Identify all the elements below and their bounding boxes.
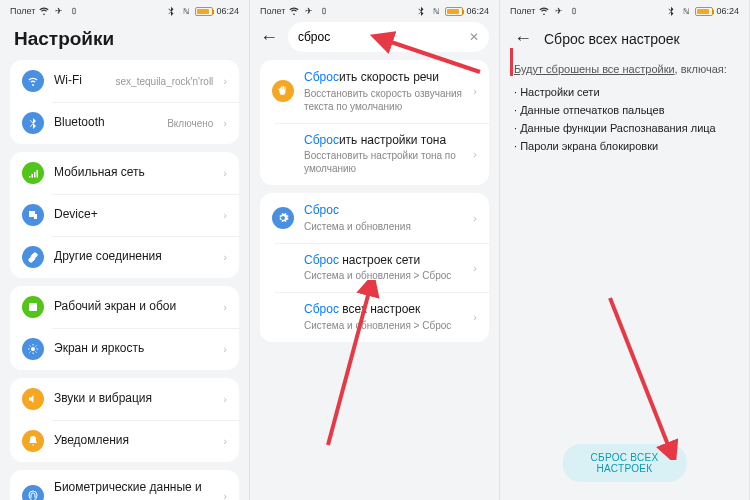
result-path: Система и обновления > Сброс	[304, 269, 463, 282]
bt-muted-icon	[165, 5, 177, 17]
wifi-icon	[22, 70, 44, 92]
status-bar: Полет ✈ ℕ 06:24	[250, 0, 499, 22]
chevron-right-icon: ›	[473, 262, 477, 274]
settings-row-link[interactable]: Другие соединения ›	[10, 236, 239, 278]
dev-icon	[22, 204, 44, 226]
bell-icon	[22, 430, 44, 452]
search-result-row[interactable]: Сброс Система и обновления ›	[260, 193, 489, 243]
carrier-label: Полет	[10, 6, 35, 16]
reset-bullet: Пароли экрана блокировки	[514, 137, 735, 155]
row-label: Мобильная сеть	[54, 165, 213, 181]
bt-muted-icon	[665, 5, 677, 17]
reset-warning-text: Будут сброшены все настройки, включая:	[514, 59, 735, 83]
settings-row-bio[interactable]: Биометрические данные и пароли ›	[10, 470, 239, 500]
search-result-row[interactable]: Сбросить скорость речи Восстановить скор…	[260, 60, 489, 123]
search-result-row[interactable]: Сброс настроек сети Система и обновления…	[260, 243, 489, 293]
chevron-right-icon: ›	[223, 117, 227, 129]
airplane-icon: ✈	[303, 5, 315, 17]
chevron-right-icon: ›	[223, 393, 227, 405]
link-icon	[22, 246, 44, 268]
clear-search-icon[interactable]: ✕	[469, 30, 479, 44]
reset-all-button[interactable]: СБРОС ВСЕХ НАСТРОЕК	[562, 444, 687, 482]
wifi-icon	[288, 5, 300, 17]
bt-muted-icon	[415, 5, 427, 17]
result-title: Сброс настроек сети	[304, 253, 463, 269]
row-label: Другие соединения	[54, 249, 213, 265]
battery-icon	[445, 7, 463, 16]
svg-rect-10	[573, 8, 576, 13]
chevron-right-icon: ›	[223, 251, 227, 263]
chevron-right-icon: ›	[223, 435, 227, 447]
battery-small-icon	[318, 5, 330, 17]
result-path: Восстановить настройки тона по умолчанию	[304, 149, 463, 175]
chevron-right-icon: ›	[223, 343, 227, 355]
row-label: Wi-Fi	[54, 73, 106, 89]
svg-rect-0	[73, 8, 76, 13]
chevron-right-icon: ›	[473, 148, 477, 160]
settings-main-screen: Полет ✈ ℕ 06:24 Настройки Wi-Fi sex_tequ…	[0, 0, 250, 500]
search-result-row[interactable]: Сброс всех настроек Система и обновления…	[260, 292, 489, 342]
reset-bullets: Настройки сетиДанные отпечатков пальцевД…	[514, 83, 735, 155]
sim-icon	[22, 162, 44, 184]
row-label: Звуки и вибрация	[54, 391, 213, 407]
row-label: Биометрические данные и пароли	[54, 480, 213, 500]
battery-small-icon	[68, 5, 80, 17]
clock: 06:24	[216, 6, 239, 16]
clock: 06:24	[466, 6, 489, 16]
settings-row-sound[interactable]: Звуки и вибрация ›	[10, 378, 239, 420]
carrier-label: Полет	[260, 6, 285, 16]
settings-row-wifi[interactable]: Wi-Fi sex_tequila_rock'n'roll ›	[10, 60, 239, 102]
back-button[interactable]: ←	[514, 28, 532, 49]
result-path: Система и обновления > Сброс	[304, 319, 463, 332]
settings-row-sim[interactable]: Мобильная сеть ›	[10, 152, 239, 194]
status-bar: Полет ✈ ℕ 06:24	[500, 0, 749, 22]
page-title: Настройки	[14, 28, 114, 50]
status-bar: Полет ✈ ℕ 06:24	[0, 0, 249, 22]
bio-icon	[22, 485, 44, 500]
clock: 06:24	[716, 6, 739, 16]
chevron-right-icon: ›	[473, 85, 477, 97]
result-path: Восстановить скорость озвучания текста п…	[304, 87, 463, 113]
chevron-right-icon: ›	[223, 301, 227, 313]
hand-icon	[272, 80, 294, 102]
chevron-right-icon: ›	[223, 167, 227, 179]
reset-bullet: Данные отпечатков пальцев	[514, 101, 735, 119]
airplane-icon: ✈	[553, 5, 565, 17]
search-result-row[interactable]: Сбросить настройки тона Восстановить нас…	[260, 123, 489, 186]
search-box[interactable]: ✕	[288, 22, 489, 52]
nfc-icon: ℕ	[430, 5, 442, 17]
airplane-icon: ✈	[53, 5, 65, 17]
chevron-right-icon: ›	[223, 209, 227, 221]
battery-icon	[695, 7, 713, 16]
result-title: Сброс всех настроек	[304, 302, 463, 318]
settings-row-dev[interactable]: Device+ ›	[10, 194, 239, 236]
nfc-icon: ℕ	[680, 5, 692, 17]
settings-row-bell[interactable]: Уведомления ›	[10, 420, 239, 462]
chevron-right-icon: ›	[473, 212, 477, 224]
settings-row-bt[interactable]: Bluetooth Включено ›	[10, 102, 239, 144]
wifi-icon	[38, 5, 50, 17]
reset-bullet: Данные функции Распознавания лица	[514, 119, 735, 137]
settings-search-screen: Полет ✈ ℕ 06:24 ← ✕ Сбросить скорость	[250, 0, 500, 500]
sound-icon	[22, 388, 44, 410]
reset-bullet: Настройки сети	[514, 83, 735, 101]
settings-row-desk[interactable]: Рабочий экран и обои ›	[10, 286, 239, 328]
chevron-right-icon: ›	[473, 311, 477, 323]
row-label: Bluetooth	[54, 115, 157, 131]
svg-rect-1	[29, 303, 37, 311]
svg-rect-7	[323, 8, 326, 13]
row-label: Рабочий экран и обои	[54, 299, 213, 315]
back-button[interactable]: ←	[260, 27, 278, 48]
row-value: sex_tequila_rock'n'roll	[116, 76, 214, 87]
row-label: Device+	[54, 207, 213, 223]
result-title: Сброс	[304, 203, 463, 219]
annotation-highlight-bar	[510, 48, 513, 76]
nfc-icon: ℕ	[180, 5, 192, 17]
search-input[interactable]	[298, 30, 463, 44]
bright-icon	[22, 338, 44, 360]
chevron-right-icon: ›	[223, 75, 227, 87]
wifi-icon	[538, 5, 550, 17]
settings-row-bright[interactable]: Экран и яркость ›	[10, 328, 239, 370]
result-title: Сбросить настройки тона	[304, 133, 463, 149]
battery-small-icon	[568, 5, 580, 17]
